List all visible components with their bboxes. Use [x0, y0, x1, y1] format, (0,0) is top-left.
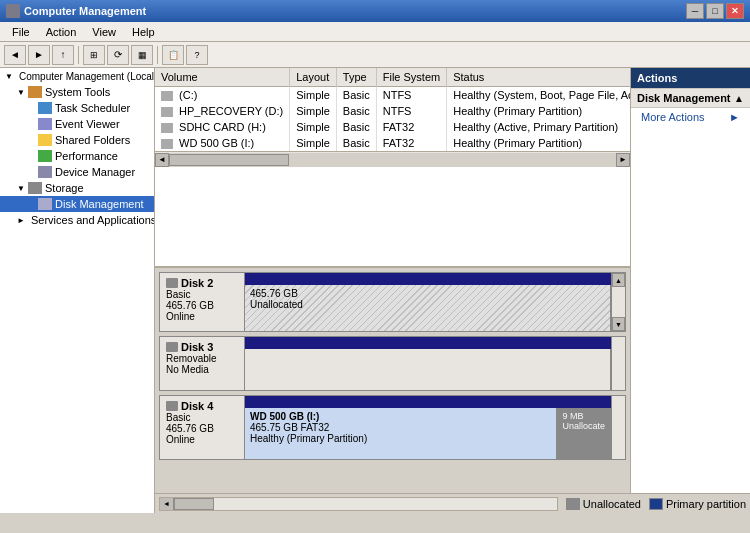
col-status[interactable]: Status — [447, 68, 630, 87]
right-panel: Volume Layout Type File System Status — [155, 68, 750, 513]
table-area: Volume Layout Type File System Status — [155, 68, 630, 268]
volume-table: Volume Layout Type File System Status — [155, 68, 630, 151]
device-icon — [38, 166, 52, 178]
tree-disk-label: Disk Management — [55, 198, 144, 210]
disk-3-status: No Media — [166, 364, 238, 375]
disk-2-size: 465.76 GB — [166, 300, 238, 311]
partition-name: WD 500 GB (I:) — [250, 411, 551, 422]
export-button[interactable]: ▦ — [131, 45, 153, 65]
perf-icon — [38, 150, 52, 162]
disk-4-type: Basic — [166, 412, 238, 423]
col-fs[interactable]: File System — [376, 68, 446, 87]
disk-4-partitions: WD 500 GB (I:) 465.75 GB FAT32 Healthy (… — [245, 396, 611, 459]
menu-bar: File Action View Help — [0, 22, 750, 42]
toolbar-separator-1 — [78, 46, 79, 64]
up-button[interactable]: ↑ — [52, 45, 74, 65]
disk-3-scrollbar — [611, 337, 625, 390]
cell-fs: NTFS — [376, 87, 446, 104]
scroll-down-btn[interactable]: ▼ — [612, 317, 625, 331]
disk-mgmt-icon — [38, 198, 52, 210]
tree-performance[interactable]: Performance — [0, 148, 154, 164]
disk-icon — [166, 342, 178, 352]
tree-system-tools-label: System Tools — [45, 86, 110, 98]
scroll-track — [169, 153, 616, 167]
more-actions-label: More Actions — [641, 111, 705, 123]
tree-services[interactable]: ► Services and Applications — [0, 212, 154, 228]
arrow-icon: ► — [729, 111, 740, 123]
unallocated-size: 465.76 GB — [250, 288, 605, 299]
menu-view[interactable]: View — [84, 24, 124, 40]
tree-storage[interactable]: ▼ Storage — [0, 180, 154, 196]
menu-file[interactable]: File — [4, 24, 38, 40]
disk-view: Disk 2 Basic 465.76 GB Online 465.76 GB — [155, 268, 630, 493]
col-volume[interactable]: Volume — [155, 68, 290, 87]
collapse-icon[interactable]: ▲ — [734, 93, 744, 104]
table-row[interactable]: WD 500 GB (I:) Simple Basic FAT32 Health… — [155, 135, 630, 151]
scroll-thumb[interactable] — [174, 498, 214, 510]
status-bar: ◄ Unallocated Primary partition — [155, 493, 750, 513]
table-row[interactable]: SDHC CARD (H:) Simple Basic FAT32 Health… — [155, 119, 630, 135]
cell-volume: WD 500 GB (I:) — [155, 135, 290, 151]
expand-icon: ▼ — [16, 87, 26, 97]
cell-volume: HP_RECOVERY (D:) — [155, 103, 290, 119]
cell-status: Healthy (Primary Partition) — [447, 103, 630, 119]
cell-volume: (C:) — [155, 87, 290, 104]
tree-device-manager[interactable]: Device Manager — [0, 164, 154, 180]
maximize-button[interactable]: □ — [706, 3, 724, 19]
small-label: Unallocate — [562, 421, 605, 431]
refresh-button[interactable]: ⟳ — [107, 45, 129, 65]
tree-task-scheduler[interactable]: Task Scheduler — [0, 100, 154, 116]
back-button[interactable]: ◄ — [4, 45, 26, 65]
more-actions-item[interactable]: More Actions ► — [631, 108, 750, 126]
col-layout[interactable]: Layout — [290, 68, 337, 87]
storage-icon — [28, 182, 42, 194]
disk-3-header-bar — [245, 337, 611, 349]
minimize-button[interactable]: ─ — [686, 3, 704, 19]
tree-shared-folders[interactable]: Shared Folders — [0, 132, 154, 148]
tree-perf-label: Performance — [55, 150, 118, 162]
tree-root[interactable]: ▼ Computer Management (Local — [0, 68, 154, 84]
scroll-left[interactable]: ◄ — [160, 498, 174, 510]
toolbar: ◄ ► ↑ ⊞ ⟳ ▦ 📋 ? — [0, 42, 750, 68]
close-button[interactable]: ✕ — [726, 3, 744, 19]
bottom-scrollbar[interactable]: ◄ — [159, 497, 558, 511]
tree-disk-management[interactable]: Disk Management — [0, 196, 154, 212]
tree-device-label: Device Manager — [55, 166, 135, 178]
volume-icon — [161, 107, 173, 117]
scroll-up-btn[interactable]: ▲ — [612, 273, 625, 287]
cell-fs: NTFS — [376, 103, 446, 119]
properties-button[interactable]: 📋 — [162, 45, 184, 65]
col-type[interactable]: Type — [336, 68, 376, 87]
table-scrollbar[interactable]: ◄ ► — [155, 151, 630, 167]
table-row[interactable]: (C:) Simple Basic NTFS Healthy (System, … — [155, 87, 630, 104]
disk-3-label: Disk 3 Removable No Media — [160, 337, 245, 390]
tree-event-viewer[interactable]: Event Viewer — [0, 116, 154, 132]
tree-root-label: Computer Management (Local — [19, 71, 154, 82]
forward-button[interactable]: ► — [28, 45, 50, 65]
cell-layout: Simple — [290, 87, 337, 104]
help-button[interactable]: ? — [186, 45, 208, 65]
title-bar: Computer Management ─ □ ✕ — [0, 0, 750, 22]
menu-action[interactable]: Action — [38, 24, 85, 40]
disk-4-small[interactable]: 9 MB Unallocate — [557, 408, 611, 459]
tree-system-tools[interactable]: ▼ System Tools — [0, 84, 154, 100]
scroll-thumb[interactable] — [169, 154, 289, 166]
scroll-right-btn[interactable]: ► — [616, 153, 630, 167]
cell-type: Basic — [336, 119, 376, 135]
disk-4-partition-row: WD 500 GB (I:) 465.75 GB FAT32 Healthy (… — [245, 408, 611, 459]
disk-3-partition-row — [245, 349, 611, 390]
disk-icon — [166, 401, 178, 411]
menu-help[interactable]: Help — [124, 24, 163, 40]
scroll-left-btn[interactable]: ◄ — [155, 153, 169, 167]
table-row[interactable]: HP_RECOVERY (D:) Simple Basic NTFS Healt… — [155, 103, 630, 119]
expand-icon: ► — [16, 215, 26, 225]
disk-4-primary[interactable]: WD 500 GB (I:) 465.75 GB FAT32 Healthy (… — [245, 408, 557, 459]
cell-type: Basic — [336, 135, 376, 151]
tree-event-label: Event Viewer — [55, 118, 120, 130]
window-controls: ─ □ ✕ — [686, 3, 744, 19]
actions-panel: Actions Disk Management ▲ More Actions ► — [630, 68, 750, 493]
disk-4-status: Online — [166, 434, 238, 445]
show-hide-button[interactable]: ⊞ — [83, 45, 105, 65]
actions-disk-mgmt-section: Disk Management ▲ — [631, 88, 750, 108]
disk-2-unallocated[interactable]: 465.76 GB Unallocated — [245, 285, 611, 331]
